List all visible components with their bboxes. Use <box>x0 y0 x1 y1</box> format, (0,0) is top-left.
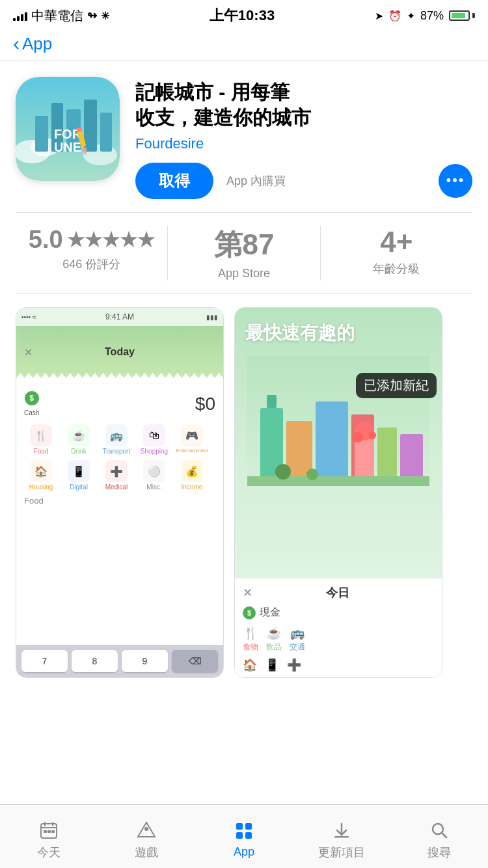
ss1-status-bar: •••• ≈ 9:41 AM ▮▮▮ <box>16 308 223 326</box>
tab-today[interactable]: 今天 <box>0 813 98 860</box>
ss1-cat-entertainment: 🎮 Entertainment <box>175 424 209 455</box>
svg-rect-39 <box>236 832 243 839</box>
updates-icon <box>330 819 353 842</box>
ss1-dollar-icon: $ <box>25 391 39 405</box>
ss1-categories-row2: 🏠 Housing 📱 Digital ➕ Medical ⚪ <box>24 460 215 491</box>
tab-app[interactable]: App <box>195 814 293 859</box>
ss1-cash-label: Cash <box>24 409 39 416</box>
ss2-dollar-icon: $ <box>243 606 256 619</box>
carrier-label: 中華電信 <box>31 7 83 25</box>
ss1-amount: $0 <box>195 394 215 414</box>
tab-games[interactable]: 遊戲 <box>98 813 195 860</box>
medical-icon: ➕ <box>105 460 128 482</box>
ss1-cat-shopping: 🛍 Shopping <box>137 424 171 455</box>
tab-games-label: 遊戲 <box>135 845 158 860</box>
battery-percent: 87% <box>420 9 444 23</box>
app-icon-tab <box>232 819 256 843</box>
key-8: 8 <box>72 650 118 672</box>
app-header: FOR UNE 記帳城市 - 用每筆收支，建造你的城市 Fourdesire 取… <box>0 61 488 212</box>
app-info: 記帳城市 - 用每筆收支，建造你的城市 Fourdesire 取得 App 內購… <box>135 77 472 199</box>
updates-svg <box>332 821 351 840</box>
ss1-food-entry-label: Food <box>24 496 215 506</box>
screenshot-2-content: 最快速有趣的 <box>235 308 442 677</box>
location-arrow-icon: ➤ <box>375 10 383 22</box>
ss2-categories: 🍴 食物 ☕ 飲品 🚌 交通 <box>243 626 434 653</box>
housing-icon: 🏠 <box>30 460 52 482</box>
drink-label: Drink <box>71 448 86 455</box>
status-time: 上午10:33 <box>210 6 275 25</box>
rank-sub: App Store <box>218 267 270 280</box>
svg-rect-38 <box>245 823 252 830</box>
ss1-cat-income: 💰 Income <box>175 460 209 491</box>
key-9: 9 <box>122 650 168 672</box>
svg-rect-4 <box>35 116 48 152</box>
ss1-cat-misc: ⚪ Misc. <box>137 460 171 491</box>
more-options-button[interactable]: ••• <box>439 164 472 198</box>
ss2-drink-icon: ☕ <box>267 626 281 640</box>
ss2-cat-drink: ☕ 飲品 <box>266 626 282 653</box>
housing-label: Housing <box>29 483 53 491</box>
ss2-digital-icon: 📱 <box>265 658 279 672</box>
rating-rank-block: 第87 App Store <box>167 226 319 280</box>
svg-point-27 <box>353 432 363 442</box>
games-icon <box>135 819 158 842</box>
back-label: App <box>22 34 52 54</box>
app-developer[interactable]: Fourdesire <box>135 135 472 152</box>
screenshots-scroll[interactable]: •••• ≈ 9:41 AM ▮▮▮ ✕ Today $ Cash $0 <box>0 307 488 678</box>
screenshot-2: 最快速有趣的 <box>234 307 442 678</box>
app-tab-svg <box>234 821 254 841</box>
ss1-keyboard: 7 8 9 ⌫ <box>16 645 223 677</box>
tab-search[interactable]: 搜尋 <box>390 813 488 860</box>
tab-today-label: 今天 <box>37 845 61 860</box>
ss1-cash-left: $ Cash <box>24 391 39 416</box>
food-label: Food <box>34 448 49 455</box>
ss2-categories-row2: 🏠 📱 ➕ <box>243 658 434 672</box>
ss2-cat-digital: 📱 <box>265 658 279 672</box>
svg-rect-22 <box>247 476 429 486</box>
svg-rect-35 <box>51 830 55 833</box>
transport-icon: 🚌 <box>105 424 128 446</box>
wifi-icon: ↬ <box>87 8 97 23</box>
ss1-cat-digital: 📱 Digital <box>62 460 96 491</box>
svg-text:UNE: UNE <box>54 140 81 154</box>
svg-point-28 <box>368 431 376 439</box>
ss2-headline: 最快速有趣的 <box>245 321 431 346</box>
ss2-cat-medical: ➕ <box>287 658 301 672</box>
tab-search-label: 搜尋 <box>427 845 451 860</box>
ss2-close-icon: ✕ <box>243 586 252 600</box>
today-icon <box>37 819 61 842</box>
ss1-cat-transport: 🚌 Transport <box>100 424 133 455</box>
status-bar: 中華電信 ↬ ✳ 上午10:33 ➤ ⏰ ✦ 87% <box>0 0 488 29</box>
app-icon: FOR UNE <box>16 77 120 181</box>
search-svg <box>429 821 449 840</box>
bluetooth-icon: ✦ <box>407 10 415 22</box>
ss2-food-icon: 🍴 <box>243 626 258 640</box>
chevron-left-icon: ‹ <box>13 34 20 53</box>
tab-updates[interactable]: 更新項目 <box>293 813 390 860</box>
misc-icon: ⚪ <box>143 460 165 482</box>
review-count: 646 份評分 <box>62 256 120 272</box>
svg-rect-40 <box>245 832 252 839</box>
status-right: ➤ ⏰ ✦ 87% <box>375 9 475 23</box>
back-button[interactable]: ‹ App <box>13 34 52 54</box>
rank-number: 第87 <box>214 226 275 264</box>
age-sub: 年齡分級 <box>373 261 420 277</box>
status-left: 中華電信 ↬ ✳ <box>13 7 109 25</box>
svg-point-23 <box>275 464 291 480</box>
tab-app-label: App <box>234 845 254 859</box>
app-icon-wrapper: FOR UNE <box>16 77 120 181</box>
get-button[interactable]: 取得 <box>135 163 213 199</box>
ss1-cat-housing: 🏠 Housing <box>24 460 58 491</box>
alarm-icon: ⏰ <box>388 10 401 22</box>
drink-icon: ☕ <box>68 424 90 446</box>
shopping-icon: 🛍 <box>143 424 165 446</box>
ss1-cat-drink: ☕ Drink <box>62 424 96 455</box>
food-icon: 🍴 <box>30 424 52 446</box>
ss1-categories-row1: 🍴 Food ☕ Drink 🚌 Transport 🛍 <box>24 424 215 455</box>
ss2-cat-transport: 🚌 交通 <box>290 626 305 653</box>
ss1-close-icon: ✕ <box>24 346 33 359</box>
svg-point-36 <box>144 827 148 831</box>
ss1-time: 9:41 AM <box>105 312 134 321</box>
stars-icon: ★★★★★ <box>67 228 155 251</box>
income-icon: 💰 <box>181 460 203 482</box>
